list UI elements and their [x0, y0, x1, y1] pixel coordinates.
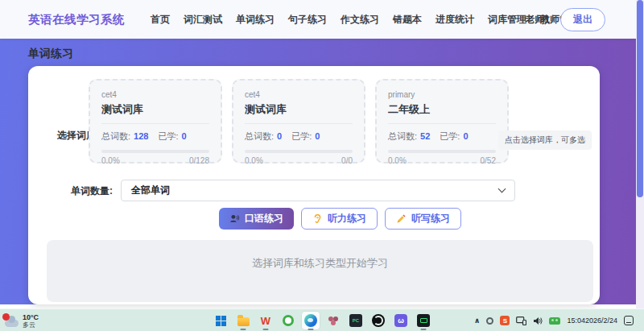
writing-hand-icon [396, 213, 407, 224]
total-words-value: 0 [277, 131, 282, 141]
word-count-select[interactable]: 全部单词 [121, 180, 515, 201]
nav-library-manage[interactable]: 词库管理 [488, 13, 526, 27]
weather-widget[interactable]: 10°C 多云 [5, 309, 39, 331]
remote-terminal-icon[interactable]: PC [347, 312, 365, 329]
nav-wrong-book[interactable]: 错题本 [393, 13, 422, 27]
weather-alert-badge [2, 313, 10, 321]
system-tray: ∧ S 15:04 2026/2/24 [474, 309, 634, 331]
total-words-label: 总词数: [388, 130, 417, 143]
nav-progress-stats[interactable]: 进度统计 [436, 13, 474, 27]
library-stats: 总词数: 128 已学: 0 [101, 130, 209, 143]
multi-select-hint: 点击选择词库，可多选 [498, 130, 592, 150]
dictation-practice-button[interactable]: 听写练习 [385, 208, 461, 230]
user-area: 老师1 退出 [525, 0, 605, 39]
progress-bar [388, 150, 496, 153]
total-words-label: 总词数: [101, 130, 130, 143]
library-card-list: cet4 测试词库 总词数: 128 已学: 0 0.0% 0/128 cet4… [89, 79, 509, 163]
green-browser-icon[interactable] [279, 312, 297, 329]
library-name: 测试词库 [245, 102, 353, 117]
windows-taskbar: 10°C 多云 W PC ω ∧ S [0, 308, 644, 331]
purple-app-icon[interactable]: ω [392, 312, 410, 329]
ear-icon [312, 213, 323, 224]
main-nav: 首页 词汇测试 单词练习 句子练习 作文练习 错题本 进度统计 词库管理 教师管… [151, 13, 579, 27]
library-card[interactable]: cet4 测试词库 总词数: 0 已学: 0 0.0% 0/0 [232, 79, 365, 163]
top-navbar: 英语在线学习系统 首页 词汇测试 单词练习 句子练习 作文练习 错题本 进度统计… [0, 0, 644, 39]
clock-time: 15:04 [567, 317, 585, 325]
file-explorer-icon[interactable] [234, 312, 252, 329]
clock-date: 2026/2/24 [585, 317, 617, 325]
progress-percent: 0.0% [388, 156, 407, 165]
divider [101, 123, 209, 124]
total-words-value: 52 [420, 131, 430, 141]
button-label: 听力练习 [328, 212, 366, 225]
screen-share-icon[interactable] [415, 312, 432, 329]
empty-state-area: 选择词库和练习类型开始学习 [47, 240, 593, 302]
wps-office-icon[interactable]: W [257, 312, 275, 329]
library-stats: 总词数: 52 已学: 0 [388, 130, 496, 143]
taskbar-clock[interactable]: 15:04 2026/2/24 [567, 317, 617, 325]
orange-s-app-icon[interactable]: S [500, 316, 510, 325]
library-card[interactable]: primary 二年级上 总词数: 52 已学: 0 0.0% 0/52 [375, 79, 509, 163]
nav-sentence-practice[interactable]: 句子练习 [288, 13, 327, 27]
microsoft-edge-icon[interactable] [302, 312, 320, 329]
taskbar-app-icons: W PC ω [212, 309, 432, 331]
library-name: 测试词库 [101, 102, 209, 117]
divider [245, 123, 353, 124]
speaker-icon[interactable] [533, 317, 543, 325]
listening-practice-button[interactable]: 听力练习 [301, 208, 378, 230]
tray-expand-icon[interactable]: ∧ [474, 317, 480, 325]
button-label: 听写练习 [411, 212, 450, 225]
display-devices-icon[interactable] [516, 317, 526, 325]
word-count-label: 单词数量: [71, 184, 113, 198]
progress-footer: 0.0% 0/128 [101, 156, 209, 165]
cloud-icon [5, 320, 19, 327]
practice-type-buttons: 口语练习 听力练习 听写练习 [219, 208, 461, 230]
weather-condition: 多云 [23, 321, 39, 329]
total-words-label: 总词数: [245, 130, 274, 143]
progress-percent: 0.0% [245, 156, 263, 165]
scrollbar-thumb[interactable] [637, 0, 643, 197]
progress-bar [101, 150, 209, 153]
progress-ratio: 0/128 [189, 156, 209, 165]
speaking-head-icon [229, 213, 240, 224]
word-practice-panel: 选择词库: cet4 测试词库 总词数: 128 已学: 0 0.0% 0/12… [28, 66, 600, 304]
app-dots-icon[interactable] [324, 312, 342, 329]
total-words-value: 128 [134, 131, 148, 141]
input-method-icon[interactable] [486, 317, 493, 325]
progress-bar [245, 150, 353, 153]
library-tag: cet4 [245, 90, 353, 99]
speaking-practice-button[interactable]: 口语练习 [219, 208, 294, 230]
weather-text: 10°C 多云 [23, 313, 39, 329]
screen-recorder-icon[interactable] [369, 312, 387, 329]
screen: 英语在线学习系统 首页 词汇测试 单词练习 句子练习 作文练习 错题本 进度统计… [0, 0, 644, 331]
learned-label: 已学: [158, 130, 178, 143]
progress-ratio: 0/0 [341, 156, 353, 165]
nav-word-practice[interactable]: 单词练习 [236, 13, 275, 27]
page-title: 单词练习 [28, 47, 73, 61]
learned-value: 0 [315, 131, 320, 141]
empty-state-text: 选择词库和练习类型开始学习 [252, 257, 388, 269]
app-title: 英语在线学习系统 [0, 12, 125, 27]
nav-essay-practice[interactable]: 作文练习 [341, 13, 379, 27]
library-name: 二年级上 [388, 102, 496, 117]
weather-temperature: 10°C [23, 313, 39, 321]
page-scrollbar[interactable] [636, 0, 644, 308]
windows-start-icon[interactable] [212, 312, 229, 329]
logout-button[interactable]: 退出 [560, 8, 605, 31]
divider [388, 123, 496, 124]
nav-vocab-test[interactable]: 词汇测试 [184, 13, 222, 27]
progress-ratio: 0/52 [481, 156, 496, 165]
progress-percent: 0.0% [101, 156, 120, 165]
library-tag: primary [388, 90, 496, 99]
username: 老师1 [525, 13, 550, 27]
learned-value: 0 [463, 131, 468, 141]
notification-center-icon[interactable] [624, 316, 634, 325]
library-tag: cet4 [101, 90, 209, 99]
learned-value: 0 [181, 131, 186, 141]
nav-home[interactable]: 首页 [151, 13, 170, 27]
library-stats: 总词数: 0 已学: 0 [245, 130, 353, 143]
button-label: 口语练习 [245, 212, 283, 225]
library-card[interactable]: cet4 测试词库 总词数: 128 已学: 0 0.0% 0/128 [89, 79, 222, 163]
word-count-value: 全部单词 [131, 184, 499, 197]
green-tray-app-icon[interactable] [549, 317, 560, 325]
